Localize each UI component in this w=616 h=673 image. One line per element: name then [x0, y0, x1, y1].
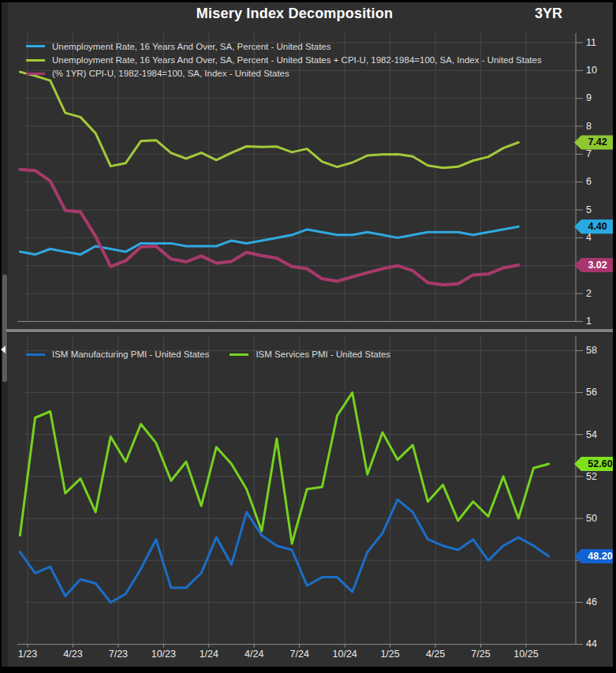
legend-label: (% 1YR) CPI-U, 1982-1984=100, SA, Index … [52, 69, 289, 78]
y-tick-label: 1 [586, 316, 592, 327]
y-tick-label: 56 [586, 387, 597, 398]
cpi-line-swatch [26, 73, 45, 75]
y-tick-label: 10 [586, 65, 597, 76]
y-tick-label: 46 [586, 596, 597, 608]
series-line-1-1 [20, 393, 548, 544]
x-tick-label: 7/24 [290, 649, 309, 660]
y-tick-label: 50 [586, 513, 597, 524]
y-tick-label: 2 [586, 288, 592, 299]
x-tick-label: 4/24 [245, 649, 263, 660]
last-value-badge-label: 48.20 [588, 551, 612, 562]
legend-item-unemployment: Unemployment Rate, 16 Years And Over, SA… [26, 39, 542, 53]
legend-item-cpi: (% 1YR) CPI-U, 1982-1984=100, SA, Index … [26, 67, 542, 80]
series-line-0-0 [20, 226, 518, 254]
x-tick-label: 7/23 [109, 649, 128, 660]
legend-label: ISM Services PMI - United States [256, 350, 390, 359]
x-tick-label: 1/25 [380, 649, 399, 660]
time-range-badge[interactable]: 3YR [535, 6, 562, 22]
y-tick-label: 11 [586, 37, 596, 48]
left-scrollbar[interactable] [2, 2, 8, 667]
last-value-badge-label: 7.42 [588, 136, 607, 148]
legend-label: Unemployment Rate, 16 Years And Over, SA… [52, 55, 542, 65]
ism-manufacturing-line-swatch [26, 353, 45, 356]
top-panel-legend: Unemployment Rate, 16 Years And Over, SA… [26, 39, 542, 80]
y-tick-label: 4 [586, 232, 592, 243]
legend-label: Unemployment Rate, 16 Years And Over, SA… [52, 42, 331, 51]
last-value-badge-label: 4.40 [588, 221, 607, 232]
x-tick-label: 4/23 [63, 649, 82, 660]
y-tick-label: 58 [586, 345, 597, 356]
x-tick-label: 7/25 [471, 649, 490, 660]
x-tick-label: 10/23 [151, 649, 176, 660]
legend-item-misery-index: Unemployment Rate, 16 Years And Over, SA… [26, 53, 542, 66]
y-tick-label: 52 [586, 471, 597, 482]
y-tick-label: 44 [586, 638, 597, 649]
y-tick-label: 6 [586, 176, 592, 187]
legend-item-ism-manufacturing: ISM Manufacturing PMI - United States [26, 350, 209, 359]
last-value-badge-label: 52.60 [588, 458, 612, 469]
y-tick-label: 7 [586, 148, 592, 159]
bottom-panel-legend: ISM Manufacturing PMI - United States IS… [26, 350, 390, 359]
x-tick-label: 4/25 [426, 649, 445, 660]
y-tick-label: 5 [586, 204, 592, 215]
bottom-panel-chart[interactable]: 58565452504846441/234/237/2310/231/244/2… [8, 332, 613, 667]
page-title: Misery Index Decomposition [0, 6, 589, 22]
legend-item-ism-services: ISM Services PMI - United States [230, 350, 390, 359]
x-tick-label: 10/24 [333, 649, 357, 660]
y-tick-label: 9 [586, 92, 592, 103]
unemployment-line-swatch [26, 45, 45, 47]
x-tick-label: 10/25 [513, 649, 538, 660]
legend-label: ISM Manufacturing PMI - United States [52, 350, 209, 359]
x-tick-label: 1/24 [200, 649, 218, 660]
last-value-badge-label: 3.02 [588, 260, 607, 271]
misery-line-swatch [26, 59, 45, 62]
x-tick-label: 1/23 [18, 649, 37, 660]
y-tick-label: 8 [586, 121, 592, 132]
chart-window: Misery Index Decomposition 3YR 111098765… [0, 0, 616, 673]
scrollbar-thumb[interactable] [2, 275, 7, 382]
ism-services-line-swatch [230, 353, 248, 356]
y-tick-label: 54 [586, 429, 597, 440]
series-line-1-0 [20, 499, 548, 602]
series-line-0-2 [20, 170, 518, 285]
collapse-left-arrow-icon[interactable] [1, 346, 6, 353]
series-line-0-1 [20, 72, 518, 168]
